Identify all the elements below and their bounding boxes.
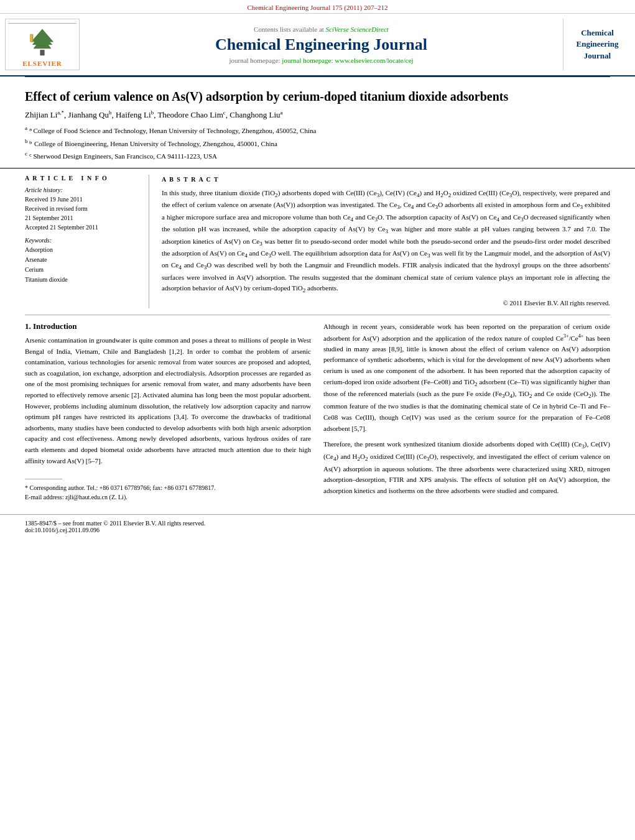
copyright-text: © 2011 Elsevier B.V. All rights reserved…: [162, 298, 610, 308]
issn-line: 1385-8947/$ – see front matter © 2011 El…: [25, 520, 610, 527]
introduction-right-text-2: Therefore, the present work synthesized …: [323, 439, 610, 497]
footnotes-area: * Corresponding author. Tel.: +86 0371 6…: [25, 479, 311, 502]
journal-logo-right: ChemicalEngineeringJournal: [563, 19, 625, 70]
article-info-column: A R T I C L E I N F O Article history: R…: [25, 175, 149, 308]
journal-title: Chemical Engineering Journal: [215, 35, 427, 54]
accepted-date: Accepted 21 September 2011: [25, 223, 140, 232]
journal-homepage: journal homepage: journal homepage: www.…: [229, 57, 413, 64]
abstract-heading: A B S T R A C T: [162, 175, 610, 184]
info-abstract-section: A R T I C L E I N F O Article history: R…: [0, 168, 635, 315]
keywords-label: Keywords:: [25, 237, 140, 244]
journal-header-center: Contents lists available at SciVerse Sci…: [80, 19, 563, 70]
introduction-right-text-1: Although in recent years, considerable w…: [323, 321, 610, 434]
logo-top-bar: [8, 22, 76, 24]
elsevier-logo: ELSEVIER: [5, 19, 80, 70]
svg-rect-5: [30, 35, 32, 42]
footer-area: 1385-8947/$ – see front matter © 2011 El…: [0, 514, 635, 538]
keyword-titanium-dioxide: Titanium dioxide: [25, 275, 140, 285]
journal-header: ELSEVIER Contents lists available at Sci…: [0, 14, 635, 76]
authors-line: Zhijian Lia,*, Jianhang Qub, Haifeng Lib…: [25, 109, 610, 120]
abstract-text: In this study, three titanium dioxide (T…: [162, 188, 610, 295]
article-info-heading: A R T I C L E I N F O: [25, 175, 140, 182]
journal-reference: Chemical Engineering Journal 175 (2011) …: [0, 0, 635, 14]
sciverse-line: Contents lists available at SciVerse Sci…: [254, 25, 389, 33]
received-date: Received 19 June 2011: [25, 195, 140, 204]
corresponding-author-note: * Corresponding author. Tel.: +86 0371 6…: [25, 483, 311, 492]
email-note: E-mail address: zjli@haut.edu.cn (Z. Li)…: [25, 492, 311, 502]
svg-rect-0: [40, 50, 44, 55]
keyword-arsenate: Arsenate: [25, 255, 140, 265]
journal-logo-text: ChemicalEngineeringJournal: [577, 27, 619, 62]
introduction-right: Although in recent years, considerable w…: [323, 321, 610, 502]
affiliation-c: c ᶜ Sherwood Design Engineers, San Franc…: [25, 149, 610, 162]
affiliation-b: b ᵇ College of Bioengineering, Henan Uni…: [25, 137, 610, 149]
introduction-section: 1. Introduction Arsenic contamination in…: [0, 315, 635, 508]
journal-ref-text: Chemical Engineering Journal 175 (2011) …: [248, 4, 388, 11]
affiliation-a: a ᵃ College of Food Science and Technolo…: [25, 124, 610, 136]
keyword-cerium: Cerium: [25, 265, 140, 275]
affiliations-block: a ᵃ College of Food Science and Technolo…: [25, 124, 610, 162]
homepage-url: journal homepage: www.elsevier.com/locat…: [282, 57, 413, 64]
abstract-column: A B S T R A C T In this study, three tit…: [162, 175, 610, 308]
introduction-left: 1. Introduction Arsenic contamination in…: [25, 321, 311, 502]
article-history-label: Article history:: [25, 187, 140, 193]
article-title-section: Effect of cerium valence on As(V) adsorp…: [0, 77, 635, 168]
received-revised-date: Received in revised form21 September 201…: [25, 204, 140, 223]
keyword-adsorption: Adsorption: [25, 245, 140, 255]
introduction-heading: 1. Introduction: [25, 321, 311, 331]
elsevier-tree-icon: [24, 26, 61, 57]
doi-line: doi:10.1016/j.cej.2011.09.096: [25, 527, 610, 533]
introduction-left-text: Arsenic contamination in groundwater is …: [25, 335, 311, 466]
elsevier-brand-text: ELSEVIER: [22, 60, 62, 67]
article-title: Effect of cerium valence on As(V) adsorp…: [25, 88, 610, 104]
footnote-separator: [25, 479, 62, 479]
